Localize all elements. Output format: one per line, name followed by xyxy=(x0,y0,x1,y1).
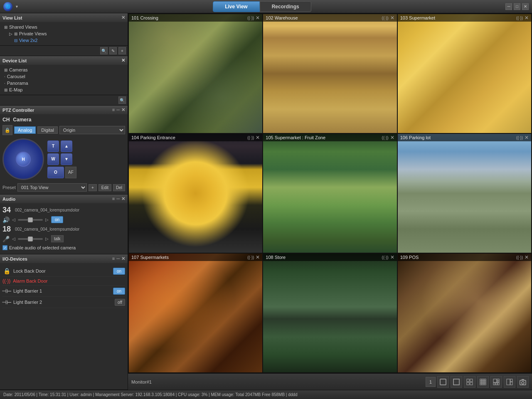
enable-audio-checkbox[interactable]: ✓ xyxy=(2,245,7,250)
camera-icons-105: ((·)) ✕ xyxy=(382,135,394,140)
io-menu-icon[interactable]: ≡ xyxy=(112,256,115,261)
ptz-panel: PTZ Controller ≡ ─ ✕ CH Camera 🔒 Analog … xyxy=(0,106,128,195)
preset-add-button[interactable]: + xyxy=(89,184,97,191)
io-barrier1-name: Light Barrier 1 xyxy=(13,288,111,293)
ptz-pan-right[interactable]: O xyxy=(47,167,64,178)
tab-recordings[interactable]: Recordings xyxy=(260,1,311,12)
title-bar: 🌐 ▼ Live View Recordings ─ □ ✕ xyxy=(0,0,532,13)
io-close-icon[interactable]: ✕ xyxy=(121,256,125,261)
camera-grid: 101 Crossing ((·)) ✕ 102 Warehouse ((·))… xyxy=(128,13,532,373)
audio-ch34-row: 34 002_camera_004_lorempsumdolor xyxy=(2,206,125,214)
talk-button[interactable]: talk xyxy=(51,235,64,242)
shared-views-item[interactable]: ⊞ Shared Views xyxy=(2,24,125,30)
volume-slider[interactable] xyxy=(18,219,43,221)
close-button[interactable]: ✕ xyxy=(522,3,529,10)
device-list-close[interactable]: ✕ xyxy=(121,58,125,63)
cameras-item[interactable]: ⊞ Cameras xyxy=(2,66,125,73)
camera-close-105[interactable]: ✕ xyxy=(390,135,394,140)
camera-cell-109[interactable]: 109 POS ((·)) ✕ xyxy=(398,254,531,372)
io-lock-back-door: 🔒 Lock Back Door on xyxy=(2,266,125,277)
add-button[interactable]: + xyxy=(118,47,126,54)
camera-cell-106[interactable]: 106 Parking lot ((·)) ✕ xyxy=(398,134,531,253)
camera-cell-102[interactable]: 102 Warehouse ((·)) ✕ xyxy=(263,14,397,133)
ptz-tilt-up[interactable]: T xyxy=(47,140,59,152)
view-list-title: View List xyxy=(2,15,22,20)
ptz-digital-btn[interactable]: Digital xyxy=(37,126,58,134)
layout-8-button[interactable] xyxy=(490,376,502,388)
ptz-close-icon[interactable]: ✕ xyxy=(121,107,125,113)
volume-thumb xyxy=(28,217,33,222)
ptz-menu-icon[interactable]: ≡ xyxy=(112,107,115,113)
carousel-item[interactable]: · Carousel xyxy=(2,73,125,80)
svg-point-25 xyxy=(522,382,524,384)
camera-close-109[interactable]: ✕ xyxy=(525,254,529,260)
layout-custom-button[interactable] xyxy=(504,376,515,388)
audio-on-button[interactable]: on xyxy=(51,216,63,223)
io-barrier2-state[interactable]: off xyxy=(115,299,125,306)
camera-cell-104[interactable]: 104 Parking Entrance ((·)) ✕ xyxy=(129,134,262,253)
camera-icons-108: ((·)) ✕ xyxy=(382,254,394,260)
ptz-af-button[interactable]: AF xyxy=(65,167,76,178)
view-2x2-item[interactable]: ⊟ View 2x2 xyxy=(2,37,125,44)
maximize-button[interactable]: □ xyxy=(514,3,520,10)
ptz-analog-btn[interactable]: Analog xyxy=(14,126,36,134)
camera-close-104[interactable]: ✕ xyxy=(256,135,260,140)
panorama-label: Panorama xyxy=(7,81,28,86)
audio-panel: Audio ≡ ─ ✕ 34 002_camera_004_lorempsumd… xyxy=(0,195,128,254)
preset-del-button[interactable]: Del xyxy=(113,184,125,191)
audio-minimize-icon[interactable]: ─ xyxy=(116,196,120,202)
device-list-toolbar: 🔍 xyxy=(0,95,128,105)
layout-2x2-button[interactable] xyxy=(464,376,475,388)
preset-select[interactable]: 001 Top View xyxy=(17,183,87,192)
ptz-minimize-icon[interactable]: ─ xyxy=(116,107,120,113)
camera-label-107: 107 Supermarkets ((·)) ✕ xyxy=(129,254,262,261)
ptz-zoom-out[interactable]: ▼ xyxy=(61,153,72,165)
camera-close-103[interactable]: ✕ xyxy=(525,15,529,21)
camera-cell-108[interactable]: 108 Store ((·)) ✕ xyxy=(263,254,397,372)
ptz-mode-select[interactable]: Origin xyxy=(59,126,125,134)
minimize-button[interactable]: ─ xyxy=(505,3,512,10)
emap-item[interactable]: ⊞ E-Map xyxy=(2,86,125,93)
svg-rect-8 xyxy=(484,379,486,381)
tab-live-view[interactable]: Live View xyxy=(213,1,259,12)
ptz-zoom-in[interactable]: ▲ xyxy=(61,140,72,152)
snapshot-button[interactable] xyxy=(517,376,529,388)
signal-icon-101: ((·)) xyxy=(247,16,254,20)
panorama-item[interactable]: · Panorama xyxy=(2,80,125,86)
camera-close-108[interactable]: ✕ xyxy=(390,254,394,260)
camera-name-108: 108 Store xyxy=(266,255,286,260)
ptz-joystick[interactable]: H xyxy=(2,138,44,180)
app-icon[interactable]: 🌐 xyxy=(3,2,12,11)
camera-cell-103[interactable]: 103 Supermarket ((·)) ✕ xyxy=(398,14,531,133)
camera-cell-105[interactable]: 105 Supermarket : Fruit Zone ((·)) ✕ xyxy=(263,134,397,253)
camera-cell-101[interactable]: 101 Crossing ((·)) ✕ xyxy=(129,14,262,133)
app-dropdown-arrow[interactable]: ▼ xyxy=(15,5,19,9)
camera-close-107[interactable]: ✕ xyxy=(256,254,260,260)
layout-1x1-button[interactable] xyxy=(451,376,462,388)
io-minimize-icon[interactable]: ─ xyxy=(116,256,120,261)
layout-3x3-button[interactable] xyxy=(477,376,489,388)
ptz-lock-button[interactable]: 🔒 xyxy=(2,125,12,135)
io-lock-state[interactable]: on xyxy=(113,268,125,275)
view-list-close[interactable]: ✕ xyxy=(121,15,125,20)
emap-expand: ⊞ xyxy=(4,88,7,92)
camera-label-109: 109 POS ((·)) ✕ xyxy=(398,254,531,261)
signal-icon-104: ((·)) xyxy=(247,135,254,140)
mic-slider[interactable] xyxy=(18,238,43,240)
io-barrier1-state[interactable]: on xyxy=(113,288,125,295)
camera-cell-107[interactable]: 107 Supermarkets ((·)) ✕ xyxy=(129,254,262,372)
audio-menu-icon[interactable]: ≡ xyxy=(112,196,115,202)
camera-close-101[interactable]: ✕ xyxy=(256,15,260,21)
camera-close-102[interactable]: ✕ xyxy=(390,15,394,21)
search-button[interactable]: 🔍 xyxy=(100,47,108,54)
preset-edit-button[interactable]: Edit xyxy=(99,184,111,191)
edit-button[interactable]: ✎ xyxy=(109,47,117,54)
audio-close-icon[interactable]: ✕ xyxy=(121,196,125,202)
camera-close-106[interactable]: ✕ xyxy=(525,135,529,140)
device-search-button[interactable]: 🔍 xyxy=(118,96,126,104)
barrier1-icon: ⊣⊢ xyxy=(2,287,11,295)
fullscreen-button[interactable] xyxy=(437,376,449,388)
ptz-tilt-down[interactable]: W xyxy=(47,153,59,165)
private-views-item[interactable]: ▷ ⊞ Private Views xyxy=(2,30,125,37)
private-views-label: Private Views xyxy=(19,31,47,36)
